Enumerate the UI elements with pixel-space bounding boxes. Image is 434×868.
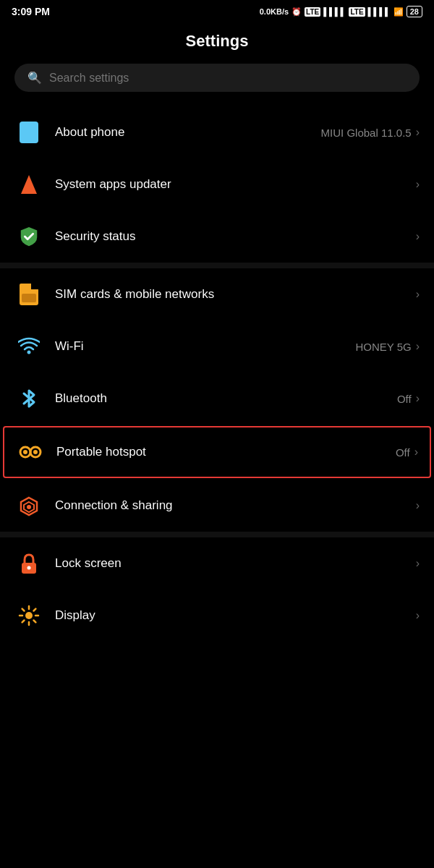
status-bar: 3:09 PM 0.0KB/s ⏰ LTE ▌▌▌▌ LTE ▌▌▌▌ 📶 28 bbox=[0, 0, 434, 20]
alarm-icon: ⏰ bbox=[292, 7, 302, 17]
about-phone-label: About phone bbox=[55, 125, 124, 140]
section-divider-1 bbox=[0, 263, 434, 268]
svg-line-23 bbox=[34, 609, 36, 611]
settings-item-portable-hotspot[interactable]: Portable hotspot Off › bbox=[3, 426, 431, 478]
wifi-label: Wi-Fi bbox=[55, 339, 84, 354]
svg-point-14 bbox=[27, 566, 31, 570]
security-status-chevron: › bbox=[416, 230, 420, 243]
sim-icon bbox=[14, 280, 43, 309]
svg-point-15 bbox=[25, 612, 33, 619]
signal-bars-1: ▌▌▌▌ bbox=[323, 7, 346, 16]
phone-icon bbox=[14, 118, 43, 147]
section-divider-2 bbox=[0, 532, 434, 537]
bluetooth-label: Bluetooth bbox=[55, 391, 107, 406]
svg-line-20 bbox=[22, 609, 25, 611]
settings-item-lock-screen[interactable]: Lock screen › bbox=[0, 537, 434, 590]
wifi-subtitle: HONEY 5G bbox=[355, 341, 411, 353]
bluetooth-icon bbox=[14, 384, 43, 413]
svg-rect-3 bbox=[31, 284, 38, 289]
network-speed: 0.0KB/s bbox=[260, 7, 289, 16]
arrow-up-icon bbox=[14, 170, 43, 199]
settings-item-sim-cards[interactable]: SIM cards & mobile networks › bbox=[0, 268, 434, 320]
display-label: Display bbox=[55, 608, 95, 623]
lte-icon: LTE bbox=[305, 7, 320, 17]
about-phone-subtitle: MIUI Global 11.0.5 bbox=[321, 127, 412, 139]
system-apps-label: System apps updater bbox=[55, 177, 171, 192]
settings-item-about-phone[interactable]: About phone MIUI Global 11.0.5 › bbox=[0, 106, 434, 158]
display-chevron: › bbox=[416, 609, 420, 622]
svg-line-21 bbox=[34, 621, 36, 623]
hotspot-chevron: › bbox=[414, 446, 418, 459]
lock-screen-chevron: › bbox=[416, 557, 420, 570]
about-phone-chevron: › bbox=[416, 126, 420, 139]
settings-item-system-apps-updater[interactable]: System apps updater › bbox=[0, 158, 434, 210]
settings-item-display[interactable]: Display › bbox=[0, 590, 434, 642]
connection-chevron: › bbox=[416, 499, 420, 512]
status-icons: 0.0KB/s ⏰ LTE ▌▌▌▌ LTE ▌▌▌▌ 📶 28 bbox=[260, 6, 422, 17]
search-input[interactable] bbox=[49, 72, 407, 85]
settings-item-security-status[interactable]: Security status › bbox=[0, 210, 434, 263]
svg-point-7 bbox=[23, 450, 27, 454]
svg-point-12 bbox=[27, 505, 31, 509]
wifi-status-icon: 📶 bbox=[393, 7, 404, 17]
search-icon: 🔍 bbox=[27, 71, 42, 85]
svg-point-8 bbox=[33, 450, 38, 454]
connection-label: Connection & sharing bbox=[55, 498, 173, 513]
lock-icon bbox=[14, 549, 43, 578]
wifi-chevron: › bbox=[416, 340, 420, 353]
hotspot-subtitle: Off bbox=[396, 446, 410, 459]
svg-rect-4 bbox=[22, 294, 36, 302]
status-time: 3:09 PM bbox=[12, 6, 50, 17]
system-apps-chevron: › bbox=[416, 178, 420, 191]
display-icon bbox=[14, 601, 43, 630]
wifi-icon bbox=[14, 332, 43, 361]
hotspot-label: Portable hotspot bbox=[56, 445, 146, 459]
sim-cards-label: SIM cards & mobile networks bbox=[55, 287, 214, 302]
lte-icon-2: LTE bbox=[349, 7, 365, 17]
page-title: Settings bbox=[0, 20, 434, 64]
settings-item-wifi[interactable]: Wi-Fi HONEY 5G › bbox=[0, 320, 434, 373]
search-bar[interactable]: 🔍 bbox=[14, 64, 420, 92]
security-status-label: Security status bbox=[55, 229, 136, 244]
svg-line-22 bbox=[22, 621, 25, 623]
bluetooth-subtitle: Off bbox=[397, 393, 412, 405]
svg-rect-2 bbox=[20, 284, 33, 291]
battery-icon: 28 bbox=[407, 6, 422, 17]
svg-marker-0 bbox=[21, 175, 37, 194]
sim-cards-chevron: › bbox=[416, 288, 420, 301]
settings-list: About phone MIUI Global 11.0.5 › System … bbox=[0, 106, 434, 642]
connection-icon bbox=[14, 491, 43, 520]
settings-item-connection-sharing[interactable]: Connection & sharing › bbox=[0, 480, 434, 532]
settings-item-bluetooth[interactable]: Bluetooth Off › bbox=[0, 373, 434, 425]
bluetooth-chevron: › bbox=[416, 392, 420, 405]
signal-bars-2: ▌▌▌▌ bbox=[368, 7, 391, 16]
hotspot-icon bbox=[16, 438, 45, 467]
lock-screen-label: Lock screen bbox=[55, 556, 122, 571]
shield-icon bbox=[14, 222, 43, 251]
